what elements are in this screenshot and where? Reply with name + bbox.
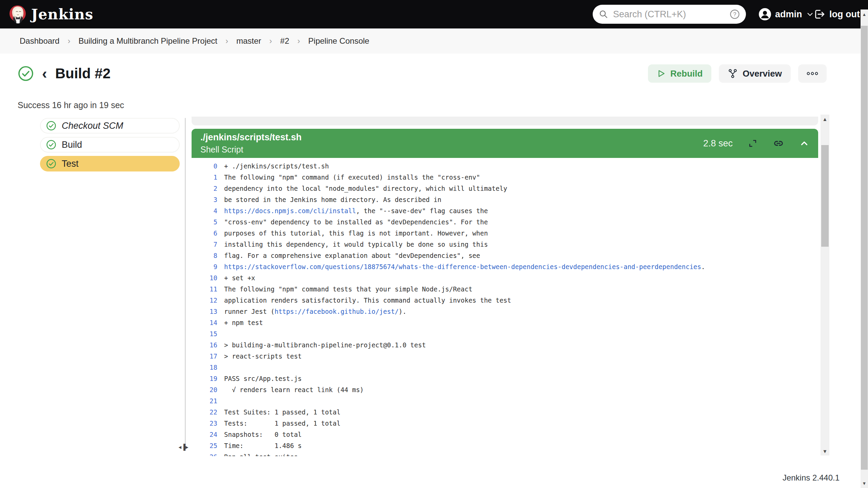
- breadcrumb-separator-icon: ›: [225, 36, 228, 46]
- permalink-button[interactable]: [773, 138, 784, 149]
- expand-console-button[interactable]: [748, 138, 758, 148]
- expand-icon: [748, 138, 758, 148]
- logout-label: log out: [829, 9, 860, 20]
- build-success-status-icon: [18, 65, 34, 82]
- line-text: Test Suites: 1 passed, 1 total: [217, 407, 340, 418]
- console-line: 3be stored in the Jenkins home directory…: [192, 194, 818, 205]
- line-number[interactable]: 14: [192, 317, 217, 328]
- line-number[interactable]: 16: [192, 340, 217, 351]
- line-text: [217, 362, 224, 373]
- line-number[interactable]: 3: [192, 194, 217, 205]
- line-text: [217, 395, 224, 407]
- console-line: 22Test Suites: 1 passed, 1 total: [192, 407, 818, 418]
- console-scrollbar[interactable]: ▲ ▼: [821, 115, 829, 455]
- console-line: 9https://stackoverflow.com/questions/188…: [192, 261, 818, 272]
- jenkins-home-link[interactable]: Jenkins: [9, 4, 93, 24]
- console-scrollbar-thumb[interactable]: [821, 145, 829, 247]
- collapse-step-button[interactable]: [799, 138, 809, 148]
- line-number[interactable]: 21: [192, 395, 217, 407]
- line-text: https://docs.npmjs.com/cli/install, the …: [217, 205, 488, 217]
- line-number[interactable]: 0: [192, 161, 217, 172]
- page-scrollbar[interactable]: ▲ ▼: [861, 9, 868, 488]
- line-text: Tests: 1 passed, 1 total: [217, 418, 340, 429]
- line-number[interactable]: 1: [192, 172, 217, 183]
- line-text: [217, 328, 224, 340]
- line-number[interactable]: 12: [192, 295, 217, 306]
- console-line: 14+ npm test: [192, 317, 818, 328]
- line-number[interactable]: 23: [192, 418, 217, 429]
- line-number[interactable]: 11: [192, 284, 217, 295]
- console-scroll-up-arrow[interactable]: ▲: [821, 115, 829, 123]
- line-number[interactable]: 4: [192, 205, 217, 217]
- console-line: 17> react-scripts test: [192, 351, 818, 362]
- user-menu[interactable]: admin: [759, 0, 814, 28]
- logout-button[interactable]: log out: [814, 0, 860, 28]
- breadcrumb-item[interactable]: Dashboard: [16, 34, 63, 48]
- overview-button[interactable]: Overview: [719, 64, 791, 83]
- breadcrumb-item[interactable]: master: [233, 34, 264, 48]
- breadcrumb-item[interactable]: Pipeline Console: [305, 34, 373, 48]
- page-scroll-up-arrow[interactable]: ▲: [861, 10, 868, 18]
- line-number[interactable]: 18: [192, 362, 217, 373]
- console-link[interactable]: https://docs.npmjs.com/cli/install: [224, 207, 356, 215]
- breadcrumb-separator-icon: ›: [297, 36, 300, 46]
- line-number[interactable]: 5: [192, 217, 217, 228]
- console-line: 21: [192, 395, 818, 407]
- line-text: Time: 1.486 s: [217, 440, 302, 451]
- console-line: 26Ran all test suites.: [192, 451, 818, 456]
- console-line: 5"cross-env" dependency to be installed …: [192, 217, 818, 228]
- line-number[interactable]: 20: [192, 384, 217, 395]
- line-number[interactable]: 2: [192, 183, 217, 194]
- line-text: Snapshots: 0 total: [217, 429, 302, 440]
- search-input[interactable]: Search (CTRL+K) ?: [593, 5, 746, 24]
- search-icon: [599, 9, 608, 19]
- line-number[interactable]: 7: [192, 239, 217, 250]
- console-link[interactable]: https://stackoverflow.com/questions/1887…: [224, 263, 701, 270]
- stage-item-test[interactable]: Test: [40, 156, 180, 171]
- stage-item-build[interactable]: Build: [40, 137, 180, 152]
- shell-script-header[interactable]: ./jenkins/scripts/test.sh Shell Script 2…: [192, 129, 818, 158]
- more-actions-button[interactable]: [798, 64, 827, 83]
- console-link[interactable]: https://facebook.github.io/jest/: [275, 308, 399, 315]
- line-number[interactable]: 24: [192, 429, 217, 440]
- line-number[interactable]: 6: [192, 228, 217, 239]
- stage-label: Build: [62, 140, 82, 150]
- line-number[interactable]: 8: [192, 250, 217, 261]
- line-number[interactable]: 9: [192, 261, 217, 272]
- console-line: 20 √ renders learn react link (44 ms): [192, 384, 818, 395]
- line-number[interactable]: 22: [192, 407, 217, 418]
- line-number[interactable]: 25: [192, 440, 217, 451]
- line-text: application renders satisfactorily. This…: [217, 295, 511, 306]
- help-icon[interactable]: ?: [730, 9, 740, 19]
- line-number[interactable]: 15: [192, 328, 217, 340]
- app-title: Jenkins: [31, 6, 93, 23]
- jenkins-version-label: Jenkins 2.440.1: [783, 473, 840, 483]
- breadcrumb-item[interactable]: #2: [277, 34, 293, 48]
- top-header: Jenkins Search (CTRL+K) ? admin: [0, 0, 868, 28]
- step-duration: 2.8 sec: [703, 138, 733, 149]
- console-line: 0+ ./jenkins/scripts/test.sh: [192, 161, 818, 172]
- console-line: 7installing this dependency, it would ty…: [192, 239, 818, 250]
- stage-item-checkout-scm[interactable]: Checkout SCM: [40, 118, 180, 134]
- line-number[interactable]: 26: [192, 451, 217, 456]
- console-scroll-down-arrow[interactable]: ▼: [821, 447, 829, 455]
- line-number[interactable]: 17: [192, 351, 217, 362]
- console-line: 11The following "npm" command tests that…: [192, 284, 818, 295]
- line-number[interactable]: 10: [192, 272, 217, 284]
- console-line: 12application renders satisfactorily. Th…: [192, 295, 818, 306]
- line-text: > building-a-multibranch-pipeline-projec…: [217, 340, 426, 351]
- line-text: https://stackoverflow.com/questions/1887…: [217, 261, 705, 272]
- line-text: + npm test: [217, 317, 263, 328]
- splitter-handle[interactable]: ◂▐▸: [176, 441, 191, 453]
- page-scrollbar-thumb[interactable]: [861, 26, 868, 470]
- page-scroll-down-arrow[interactable]: ▼: [861, 479, 868, 487]
- jenkins-butler-logo-icon: [9, 4, 26, 24]
- logout-icon: [814, 8, 825, 20]
- line-number[interactable]: 13: [192, 306, 217, 317]
- rebuild-button[interactable]: Rebuild: [648, 64, 711, 83]
- breadcrumb-item[interactable]: Building a Multibranch Pipeline Project: [75, 34, 221, 48]
- back-button[interactable]: ‹: [41, 66, 48, 81]
- console-line: 18: [192, 362, 818, 373]
- user-name-label: admin: [775, 9, 802, 20]
- line-number[interactable]: 19: [192, 373, 217, 384]
